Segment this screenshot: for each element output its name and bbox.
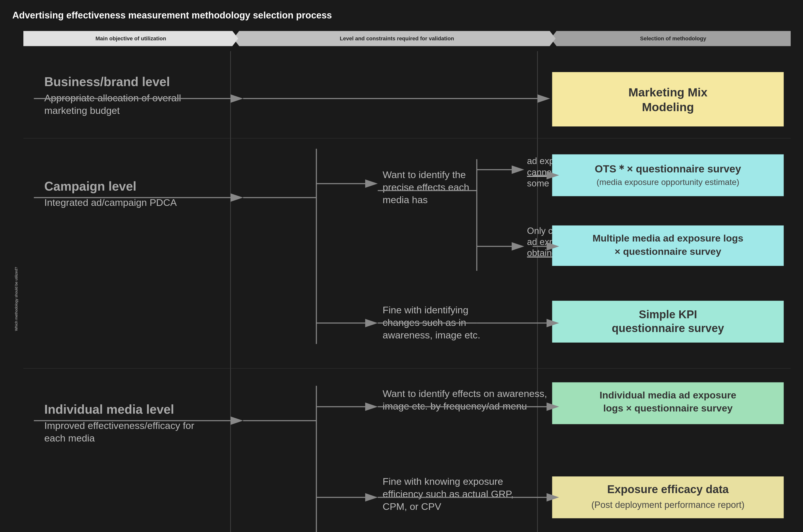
- svg-text:questionnaire survey: questionnaire survey: [612, 322, 724, 335]
- svg-text:(media exposure opportunity es: (media exposure opportunity estimate): [597, 177, 739, 187]
- svg-marker-49: [365, 319, 378, 327]
- svg-text:Business/brand level: Business/brand level: [44, 75, 170, 89]
- svg-text:image etc. by frequency/ad men: image etc. by frequency/ad menu: [383, 401, 527, 412]
- header-col3: Selection of methodology: [551, 31, 791, 46]
- svg-text:Fine with knowing exposure: Fine with knowing exposure: [383, 476, 503, 487]
- svg-marker-64: [230, 416, 243, 425]
- svg-marker-6: [230, 94, 243, 102]
- svg-text:Want to identify the: Want to identify the: [383, 169, 466, 180]
- svg-text:Individual media ad exposure: Individual media ad exposure: [599, 390, 736, 400]
- svg-text:changes such as in: changes such as in: [383, 317, 466, 328]
- svg-text:Multiple media ad exposure log: Multiple media ad exposure logs: [593, 232, 744, 243]
- svg-text:media has: media has: [383, 194, 428, 205]
- svg-marker-68: [365, 402, 378, 411]
- svg-rect-9: [552, 72, 784, 127]
- svg-rect-82: [552, 476, 784, 518]
- svg-text:Improved effectiveness/efficac: Improved effectiveness/efficacy for: [44, 420, 194, 431]
- svg-text:Campaign level: Campaign level: [44, 179, 136, 193]
- svg-text:CPM, or CPV: CPM, or CPV: [383, 501, 442, 512]
- svg-marker-78: [365, 493, 378, 501]
- svg-text:awareness, image etc.: awareness, image etc.: [383, 329, 480, 340]
- svg-text:each media: each media: [44, 433, 95, 443]
- svg-text:(Post deployment performance r: (Post deployment performance report): [591, 499, 744, 510]
- svg-text:Fine with identifying: Fine with identifying: [383, 304, 468, 315]
- svg-text:Marketing Mix: Marketing Mix: [629, 86, 708, 99]
- sidebar-label: Which methodology should be utilized?: [12, 31, 20, 532]
- svg-text:Want to identify effects on aw: Want to identify effects on awareness,: [383, 388, 547, 399]
- svg-text:Modeling: Modeling: [642, 100, 694, 113]
- svg-text:Integrated ad/campaign PDCA: Integrated ad/campaign PDCA: [44, 197, 177, 208]
- svg-text:marketing budget: marketing budget: [44, 105, 120, 116]
- svg-marker-16: [230, 193, 243, 202]
- svg-text:Individual media level: Individual media level: [44, 402, 174, 416]
- svg-text:Exposure efficacy data: Exposure efficacy data: [607, 483, 729, 496]
- svg-marker-27: [511, 165, 524, 174]
- header-col2: Level and constraints required for valid…: [233, 31, 556, 46]
- svg-rect-53: [552, 301, 784, 342]
- svg-marker-39: [511, 242, 524, 250]
- svg-text:logs × questionnaire survey: logs × questionnaire survey: [603, 403, 733, 414]
- svg-marker-20: [365, 179, 378, 188]
- page-title: Advertising effectiveness measurement me…: [12, 10, 791, 21]
- flow-arrows: Business/brand level Appropriate allocat…: [23, 51, 791, 532]
- svg-text:× questionnaire survey: × questionnaire survey: [615, 246, 721, 256]
- svg-text:Appropriate allocation of over: Appropriate allocation of overall: [44, 93, 181, 103]
- header-col1: Main objective of utilization: [23, 31, 238, 46]
- svg-marker-8: [538, 94, 550, 102]
- svg-text:Simple KPI: Simple KPI: [639, 308, 697, 321]
- svg-text:OTS＊× questionnaire survey: OTS＊× questionnaire survey: [595, 163, 741, 175]
- svg-rect-33: [552, 154, 784, 196]
